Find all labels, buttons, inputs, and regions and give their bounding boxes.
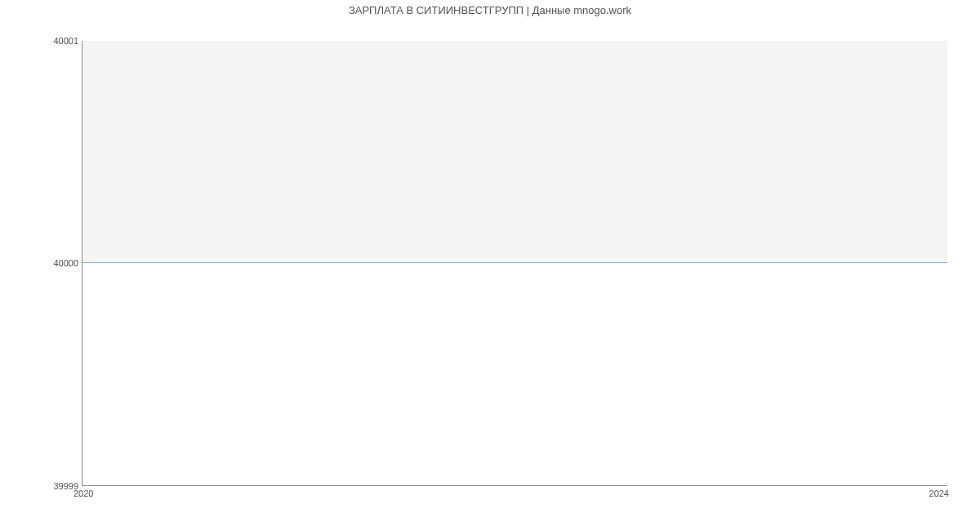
x-tick-right: 2024 [929,489,949,498]
chart-title: ЗАРПЛАТА В СИТИИНВЕСТГРУПП | Данные mnog… [0,4,980,16]
series-line [82,41,947,263]
x-tick-left: 2020 [74,489,93,498]
salary-chart: ЗАРПЛАТА В СИТИИНВЕСТГРУПП | Данные mnog… [0,0,980,531]
plot-area [82,41,947,486]
y-tick-mid: 40000 [5,258,78,268]
y-tick-bottom: 39999 [5,481,78,491]
y-tick-top: 40001 [5,36,78,46]
